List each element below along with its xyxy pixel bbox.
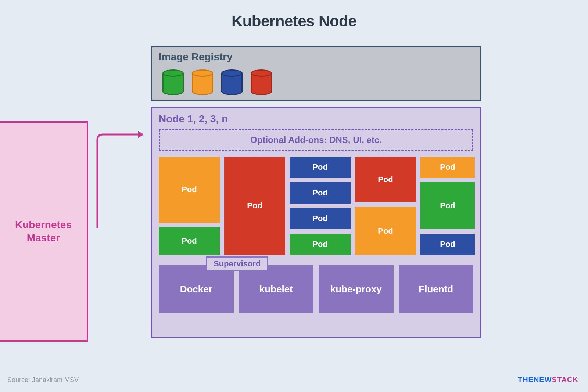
- pod-box: Pod: [420, 182, 475, 229]
- node-title: Node 1, 2, 3, n: [159, 113, 473, 125]
- node-box: Node 1, 2, 3, n Optional Add-ons: DNS, U…: [151, 107, 481, 338]
- node-services-row: Supervisord Docker kubelet kube-proxy Fl…: [159, 265, 473, 313]
- image-registry-box: Image Registry: [151, 46, 481, 101]
- service-docker: Docker: [159, 265, 234, 313]
- registry-images-row: [162, 69, 473, 95]
- kubernetes-master-box: Kubernetes Master: [0, 121, 88, 342]
- pod-box: Pod: [420, 157, 475, 178]
- source-attribution: Source: Janakiram MSV: [7, 376, 79, 384]
- thenewstack-logo: THENEWSTACK: [518, 375, 578, 384]
- image-registry-title: Image Registry: [159, 51, 473, 63]
- master-to-node-arrow-icon: [88, 132, 151, 228]
- pods-area: Pod Pod Pod Pod Pod Pod Pod Pod Pod Pod …: [159, 157, 473, 255]
- container-image-icon: [162, 69, 184, 95]
- service-fluentd: Fluentd: [399, 265, 474, 313]
- container-image-icon: [251, 69, 272, 95]
- pod-box: Pod: [290, 182, 351, 204]
- optional-addons-label: Optional Add-ons: DNS, UI, etc.: [250, 135, 382, 145]
- brand-part2: STACK: [552, 375, 578, 384]
- container-image-icon: [221, 69, 243, 95]
- pod-box: Pod: [355, 157, 416, 202]
- pod-box: Pod: [290, 234, 351, 255]
- pod-box: Pod: [224, 157, 285, 255]
- service-kubeproxy: kube-proxy: [319, 265, 394, 313]
- pod-box: Pod: [159, 227, 220, 255]
- pod-box: Pod: [290, 157, 351, 178]
- pod-box: Pod: [355, 207, 416, 255]
- diagram-title: Kubernetes Node: [0, 12, 588, 30]
- optional-addons-box: Optional Add-ons: DNS, UI, etc.: [159, 129, 473, 151]
- service-kubelet: kubelet: [239, 265, 314, 313]
- brand-part1: THENEW: [518, 375, 552, 384]
- pod-box: Pod: [159, 157, 220, 223]
- kubernetes-master-label: Kubernetes Master: [15, 218, 72, 245]
- container-image-icon: [192, 69, 213, 95]
- pod-box: Pod: [290, 208, 351, 229]
- supervisord-label: Supervisord: [206, 256, 268, 271]
- pod-box: Pod: [420, 234, 475, 255]
